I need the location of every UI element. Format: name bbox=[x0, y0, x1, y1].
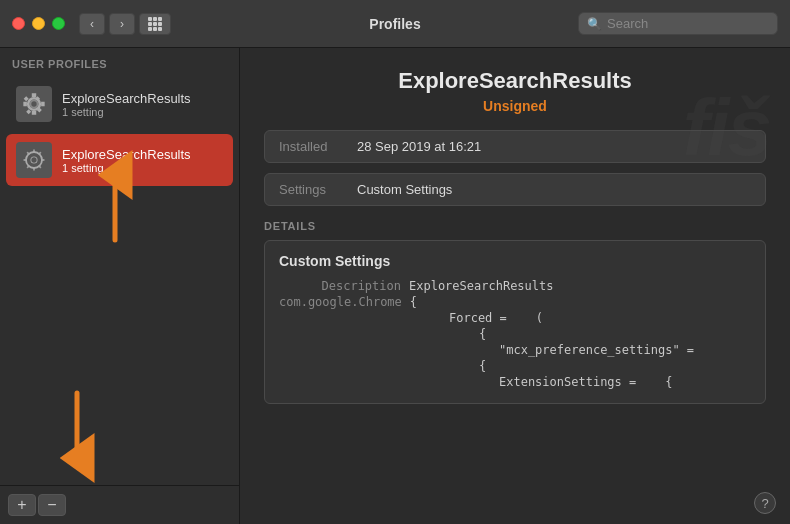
profile-icon-2 bbox=[16, 142, 52, 178]
details-box: Custom Settings Description ExploreSearc… bbox=[264, 240, 766, 404]
code-row-forced: Forced = ( bbox=[279, 311, 751, 325]
profile-name-2: ExploreSearchResults bbox=[62, 147, 191, 162]
detail-title: ExploreSearchResults bbox=[264, 68, 766, 94]
chrome-brace: { bbox=[410, 295, 417, 309]
close-button[interactable] bbox=[12, 17, 25, 30]
detail-panel: fiš ExploreSearchResults Unsigned Instal… bbox=[240, 48, 790, 524]
code-block: Description ExploreSearchResults com.goo… bbox=[279, 279, 751, 389]
main-container: User Profiles ExploreSearchResults 1 set… bbox=[0, 48, 790, 524]
installed-label: Installed bbox=[279, 139, 349, 154]
sidebar-header: User Profiles bbox=[0, 48, 239, 76]
annotation-arrow-down bbox=[52, 388, 102, 472]
desc-value: ExploreSearchResults bbox=[409, 279, 554, 293]
code-row-brace2: { bbox=[279, 359, 751, 373]
search-icon: 🔍 bbox=[587, 17, 602, 31]
window-title: Profiles bbox=[369, 16, 420, 32]
chrome-label: com.google.Chrome bbox=[279, 295, 410, 309]
desc-label: Description bbox=[279, 279, 409, 293]
settings-value: Custom Settings bbox=[357, 182, 452, 197]
search-box[interactable]: 🔍 bbox=[578, 12, 778, 35]
sidebar-bottom: + − bbox=[0, 485, 239, 524]
installed-value: 28 Sep 2019 at 16:21 bbox=[357, 139, 481, 154]
code-row-chrome: com.google.Chrome { bbox=[279, 295, 751, 309]
search-input[interactable] bbox=[607, 16, 769, 31]
minimize-button[interactable] bbox=[32, 17, 45, 30]
profile-info-1: ExploreSearchResults 1 setting bbox=[62, 91, 191, 118]
details-header: DETAILS bbox=[264, 220, 766, 232]
grid-button[interactable] bbox=[139, 13, 171, 35]
grid-icon bbox=[148, 17, 162, 31]
code-row-desc: Description ExploreSearchResults bbox=[279, 279, 751, 293]
add-profile-button[interactable]: + bbox=[8, 494, 36, 516]
maximize-button[interactable] bbox=[52, 17, 65, 30]
svg-rect-9 bbox=[23, 159, 27, 161]
gear-icon-2 bbox=[18, 144, 50, 176]
forced-value: Forced = ( bbox=[409, 311, 543, 325]
svg-rect-8 bbox=[33, 167, 35, 171]
back-button[interactable]: ‹ bbox=[79, 13, 105, 35]
forward-button[interactable]: › bbox=[109, 13, 135, 35]
profile-icon-1 bbox=[16, 86, 52, 122]
settings-label: Settings bbox=[279, 182, 349, 197]
nav-buttons: ‹ › bbox=[79, 13, 135, 35]
remove-profile-button[interactable]: − bbox=[38, 494, 66, 516]
settings-row: Settings Custom Settings bbox=[264, 173, 766, 206]
traffic-lights bbox=[12, 17, 65, 30]
svg-rect-7 bbox=[33, 149, 35, 153]
annotation-arrow-up bbox=[90, 165, 140, 249]
profile-item-1[interactable]: ExploreSearchResults 1 setting bbox=[6, 78, 233, 130]
svg-point-2 bbox=[31, 101, 36, 106]
svg-rect-10 bbox=[41, 159, 45, 161]
detail-subtitle: Unsigned bbox=[264, 98, 766, 114]
installed-row: Installed 28 Sep 2019 at 16:21 bbox=[264, 130, 766, 163]
code-row-ext: ExtensionSettings = { bbox=[279, 375, 751, 389]
sidebar: User Profiles ExploreSearchResults 1 set… bbox=[0, 48, 240, 524]
help-button[interactable]: ? bbox=[754, 492, 776, 514]
code-row-brace1: { bbox=[279, 327, 751, 341]
profile-setting-1: 1 setting bbox=[62, 106, 191, 118]
titlebar: ‹ › Profiles 🔍 bbox=[0, 0, 790, 48]
code-row-mcx: "mcx_preference_settings" = bbox=[279, 343, 751, 357]
details-section: DETAILS Custom Settings Description Expl… bbox=[264, 220, 766, 404]
profile-name-1: ExploreSearchResults bbox=[62, 91, 191, 106]
gear-icon-1 bbox=[18, 88, 50, 120]
svg-point-6 bbox=[31, 157, 36, 162]
details-box-title: Custom Settings bbox=[279, 253, 751, 269]
